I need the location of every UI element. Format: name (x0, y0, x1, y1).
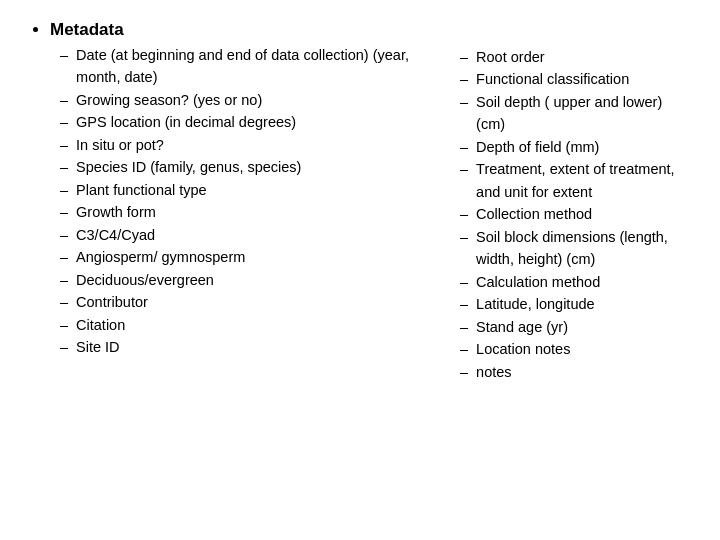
main-list: Metadata Date (at beginning and end of d… (30, 20, 690, 383)
right-list-item: Depth of field (mm) (460, 136, 690, 158)
left-list-item: Plant functional type (60, 179, 430, 201)
right-list-item: notes (460, 361, 690, 383)
left-list-item: Species ID (family, genus, species) (60, 156, 430, 178)
metadata-label: Metadata (50, 20, 124, 39)
left-list-item: GPS location (in decimal degrees) (60, 111, 430, 133)
right-list-item: Soil block dimensions (length, width, he… (460, 226, 690, 271)
right-column: Root orderFunctional classificationSoil … (430, 40, 690, 383)
left-list-item: Growing season? (yes or no) (60, 89, 430, 111)
left-list-item: Site ID (60, 336, 430, 358)
right-list-item: Soil depth ( upper and lower) (cm) (460, 91, 690, 136)
right-sub-list: Root orderFunctional classificationSoil … (450, 46, 690, 383)
right-list-item: Calculation method (460, 271, 690, 293)
right-list-item: Root order (460, 46, 690, 68)
left-list-item: Date (at beginning and end of data colle… (60, 44, 430, 89)
left-list-item: Citation (60, 314, 430, 336)
right-list-item: Treatment, extent of treatment, and unit… (460, 158, 690, 203)
right-list-item: Latitude, longitude (460, 293, 690, 315)
left-list-item: Contributor (60, 291, 430, 313)
left-list-item: In situ or pot? (60, 134, 430, 156)
left-list-item: Angiosperm/ gymnosperm (60, 246, 430, 268)
left-list-item: C3/C4/Cyad (60, 224, 430, 246)
right-list-item: Functional classification (460, 68, 690, 90)
left-column: Date (at beginning and end of data colle… (50, 40, 430, 383)
left-list-item: Growth form (60, 201, 430, 223)
metadata-heading: Metadata Date (at beginning and end of d… (50, 20, 690, 383)
left-list-item: Deciduous/evergreen (60, 269, 430, 291)
left-sub-list: Date (at beginning and end of data colle… (50, 44, 430, 359)
right-list-item: Stand age (yr) (460, 316, 690, 338)
right-list-item: Collection method (460, 203, 690, 225)
right-list-item: Location notes (460, 338, 690, 360)
